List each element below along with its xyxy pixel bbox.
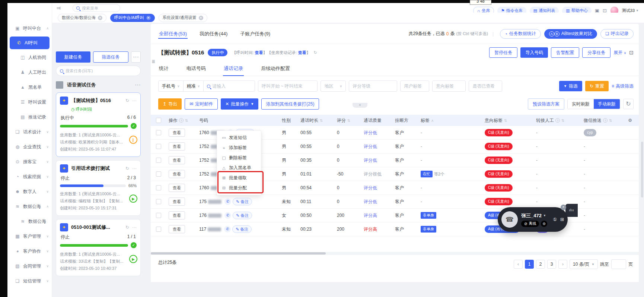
page-tab[interactable]: 系统设置/通用设置✕ — [159, 14, 207, 22]
task-search[interactable] — [56, 66, 141, 76]
view-call-time-link[interactable]: 查看 — [255, 50, 263, 55]
row-checkbox[interactable] — [156, 130, 161, 135]
user-tag-select[interactable]: 用户标签 — [400, 80, 429, 92]
page-size-select[interactable]: 10 条/页▼ — [570, 259, 598, 269]
sidebar-item[interactable]: ◔线索挖掘∨ — [7, 169, 52, 184]
column-header[interactable]: 性别 — [282, 117, 300, 124]
page-jump-input[interactable] — [611, 259, 626, 269]
row-checkbox[interactable] — [156, 227, 161, 232]
sidebar-item[interactable]: ◕客户协作∨ — [7, 244, 52, 259]
sidebar-item[interactable]: ▧合同管理∨ — [7, 259, 52, 274]
sidebar-item[interactable]: ≋数据公海∧ — [7, 199, 52, 214]
row-checkbox[interactable] — [156, 199, 161, 204]
phone-search-input[interactable] — [212, 83, 251, 89]
call-icon[interactable]: ✆ — [224, 212, 231, 219]
viewed-select[interactable]: 是否已查看 — [469, 80, 502, 92]
page-number-button[interactable]: 1 — [525, 260, 534, 269]
horizontal-scrollbar[interactable] — [151, 252, 639, 255]
refresh-icon[interactable]: ↻ — [125, 225, 129, 230]
sort-icon[interactable]: ⇅ — [185, 119, 188, 123]
agent-status-badge[interactable]: ⊘离线 — [521, 221, 539, 227]
view-button[interactable]: 查看 — [169, 184, 185, 192]
global-search-input[interactable] — [82, 6, 115, 10]
voice-chat-dock-icon[interactable]: ılıı — [565, 204, 578, 217]
column-header[interactable]: 标签∧ — [421, 117, 485, 124]
task-group[interactable]: 语音测试任务 ··· — [56, 81, 141, 89]
group-more-icon[interactable]: ··· — [135, 82, 141, 88]
row-checkbox[interactable] — [156, 213, 161, 218]
note-button[interactable]: ✎备注 — [232, 225, 252, 233]
export-button[interactable]: ↥导出 — [158, 98, 182, 110]
view-button[interactable]: 查看 — [169, 198, 185, 206]
task-card[interactable]: ✦0510-001测试修...↻··· 停止1 / 1 ✓ 坐席数量: 1 (测… — [56, 219, 141, 276]
column-header[interactable]: 挂断方 — [395, 117, 421, 124]
scrollbar-thumb[interactable] — [151, 252, 326, 255]
table-settings-gear-icon[interactable]: ⚙ — [628, 118, 632, 123]
row-checkbox[interactable] — [156, 171, 161, 177]
agent-name[interactable]: 张三_472▼ — [521, 212, 551, 219]
view-button[interactable]: 查看 — [169, 156, 185, 164]
column-header[interactable]: 微信推送?⇅ — [584, 117, 618, 124]
view-button[interactable]: 查看 — [169, 129, 185, 137]
task-card[interactable]: ✦【测试转接】0516↻··· ◷ 呼叫时段 执行中6 / 6 ✓ 坐席数量: … — [56, 92, 141, 157]
sidebar-subitem[interactable]: ▲黑名单 — [7, 80, 52, 95]
score-level-select[interactable]: 评分等级 — [349, 80, 397, 92]
caret-up-icon[interactable]: ∧ — [431, 119, 434, 123]
sidebar-item[interactable]: ▣呼叫中台∧ — [7, 21, 52, 36]
play-task-button[interactable]: ▶ — [129, 195, 137, 203]
quality-link[interactable]: 评分低 — [364, 157, 377, 164]
sidebar-subitem[interactable]: ◫人机协同 — [7, 50, 52, 65]
pause-task-button[interactable]: ∥ — [129, 136, 137, 144]
task-card[interactable]: ✦引用话术拨打测试↻··· 停止2 / 3 66% 坐席数量: 1 (测试坐席1… — [56, 160, 141, 216]
sort-icon[interactable]: ⇅ — [504, 119, 507, 123]
realtime-refresh-option[interactable]: 实时刷新 — [568, 99, 594, 109]
bulk-menu-item[interactable]: ⊟批量分配 — [217, 183, 261, 193]
bulk-menu-item[interactable]: △加入黑名单 — [217, 163, 261, 173]
sidebar-item[interactable]: ❏话术设计∨ — [7, 124, 52, 139]
bulk-menu-item[interactable]: ▭发送短信 — [217, 133, 261, 143]
manual-refresh-option[interactable]: 手动刷新 — [594, 99, 620, 109]
refresh-icon[interactable]: ↻ — [623, 99, 634, 109]
sidebar-subitem[interactable]: ▤推送记录 — [7, 110, 52, 124]
phone-handset-icon[interactable]: ☎ — [501, 211, 518, 228]
row-checkbox[interactable] — [156, 158, 161, 163]
sidebar-subitem[interactable]: ≋数据公海 — [7, 214, 52, 229]
add-to-other-task-button[interactable]: 添加到其他任务拨打(25) — [261, 98, 319, 110]
next-page-button[interactable]: › — [558, 260, 567, 269]
more-icon[interactable]: ··· — [132, 166, 137, 171]
page-tab[interactable]: 数据公海/数据公海✕ — [58, 14, 106, 22]
info-icon[interactable]: ① — [553, 217, 557, 222]
quality-link[interactable]: 评分高 — [364, 212, 377, 219]
gear-icon[interactable]: ⚙ — [541, 221, 547, 227]
select-all-checkbox[interactable] — [156, 118, 161, 123]
scope-tab[interactable]: 我的任务(44) — [199, 24, 228, 43]
call-schedule-link[interactable]: ◷ 呼叫时段 — [71, 107, 137, 112]
phone-field-select[interactable]: 手机号∨ — [159, 81, 184, 91]
date-range-picker[interactable]: 呼叫开始 ~ 呼叫结束 — [258, 80, 318, 92]
new-task-button[interactable]: 新建任务 — [56, 51, 90, 63]
task-action-button[interactable]: 告警配置 — [551, 47, 579, 58]
view-agent-change-link[interactable]: 查看 — [298, 50, 306, 55]
close-icon[interactable]: × — [561, 205, 566, 210]
row-checkbox[interactable] — [156, 144, 161, 149]
note-button[interactable]: ✎备注 — [233, 212, 252, 219]
bulk-menu-item[interactable]: ▢删除标签 — [217, 153, 261, 163]
preset-filter-button[interactable]: 预设筛选方案 — [528, 98, 564, 110]
sidebar-subitem[interactable]: ♟人工呼出 — [7, 65, 52, 80]
call-icon[interactable]: ✆ — [224, 198, 231, 205]
quality-link[interactable]: 评分低 — [364, 199, 377, 205]
close-icon[interactable]: ✕ — [98, 16, 102, 20]
row-checkbox[interactable] — [156, 185, 161, 190]
bulk-menu-item[interactable]: ⊞批量领取 — [217, 173, 261, 183]
task-search-input[interactable] — [66, 69, 121, 73]
header-pill-button[interactable]: ◔任务数据统计 — [500, 29, 541, 39]
bulk-menu-item[interactable]: +添加标签 — [217, 143, 261, 153]
sort-icon[interactable]: ⇅ — [561, 119, 564, 123]
softphone-widget[interactable]: ☎ 张三_472▼ ⊘离线 ⚙ ① ⊞ — [498, 207, 568, 232]
filter-task-button[interactable]: 筛选任务 — [93, 51, 128, 63]
quality-link[interactable]: 评分低 — [364, 185, 377, 191]
sort-icon[interactable]: ⇅ — [320, 119, 323, 123]
scope-tab[interactable]: 子账户任务(9) — [239, 24, 271, 43]
page-number-button[interactable]: 3 — [547, 260, 556, 269]
prev-page-button[interactable]: ‹ — [514, 260, 523, 269]
